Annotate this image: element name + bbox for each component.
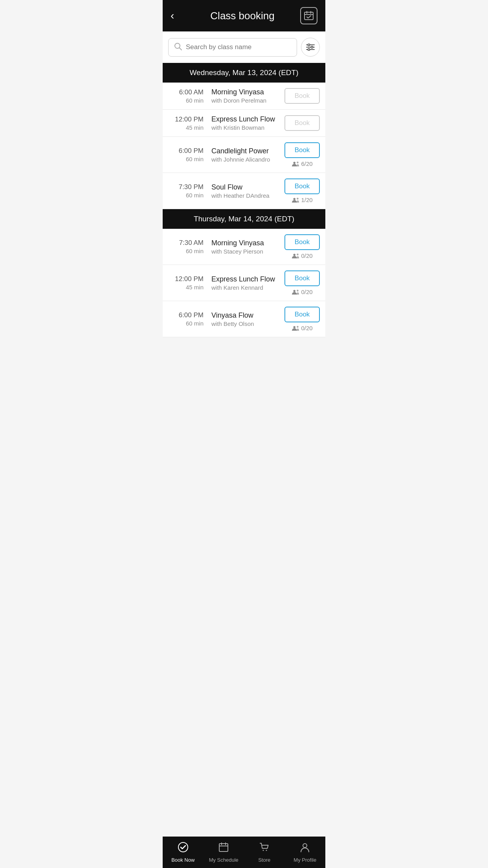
book-button[interactable]: Book: [284, 142, 320, 158]
book-button[interactable]: Book: [284, 88, 320, 104]
date-header-thu: Thursday, Mar 14, 2024 (EDT): [163, 209, 325, 229]
filter-button[interactable]: [301, 38, 320, 57]
class-time: 7:30 PM 60 min: [168, 183, 204, 199]
back-button[interactable]: ‹: [171, 9, 185, 22]
svg-point-21: [297, 326, 299, 328]
people-icon: [292, 325, 299, 331]
svg-point-10: [311, 46, 313, 48]
book-area: Book 0/20: [284, 307, 320, 331]
class-info: Vinyasa Flow with Betty Olson: [207, 311, 281, 327]
class-time: 6:00 PM 60 min: [168, 147, 204, 162]
class-item: 7:30 PM 60 min Soul Flow with Heather DA…: [163, 173, 325, 209]
book-button[interactable]: Book: [284, 270, 320, 286]
book-area: Book 1/20: [284, 178, 320, 203]
header: ‹ Class booking: [163, 0, 325, 31]
class-item: 6:00 AM 60 min Morning Vinyasa with Doro…: [163, 83, 325, 110]
class-list-thu: 7:30 AM 60 min Morning Vinyasa with Stac…: [163, 229, 325, 337]
svg-point-11: [308, 49, 310, 51]
class-list-wed: 6:00 AM 60 min Morning Vinyasa with Doro…: [163, 83, 325, 209]
people-icon: [292, 289, 299, 295]
people-icon: [292, 253, 299, 259]
class-time: 12:00 PM 45 min: [168, 275, 204, 291]
search-box: [168, 38, 297, 57]
date-header-wed: Wednesday, Mar 13, 2024 (EDT): [163, 63, 325, 83]
calendar-check-icon[interactable]: [300, 7, 317, 24]
book-area: Book 6/20: [284, 142, 320, 167]
svg-point-14: [294, 198, 295, 200]
svg-point-19: [297, 290, 299, 292]
svg-point-13: [297, 162, 299, 164]
search-area: [163, 31, 325, 63]
people-icon: [292, 161, 299, 167]
svg-point-15: [297, 198, 299, 200]
capacity-indicator: 1/20: [292, 197, 312, 203]
class-item: 12:00 PM 45 min Express Lunch Flow with …: [163, 110, 325, 137]
svg-rect-0: [305, 12, 313, 20]
book-area: Book 0/20: [284, 270, 320, 295]
class-item: 12:00 PM 45 min Express Lunch Flow with …: [163, 265, 325, 301]
class-item: 7:30 AM 60 min Morning Vinyasa with Stac…: [163, 229, 325, 265]
search-icon: [174, 42, 182, 52]
class-time: 12:00 PM 45 min: [168, 116, 204, 131]
search-input[interactable]: [186, 43, 291, 51]
svg-line-5: [180, 48, 182, 50]
capacity-indicator: 6/20: [292, 160, 312, 167]
svg-point-18: [294, 290, 295, 292]
class-item: 6:00 PM 60 min Vinyasa Flow with Betty O…: [163, 301, 325, 337]
book-button[interactable]: Book: [284, 178, 320, 194]
book-button[interactable]: Book: [284, 307, 320, 322]
content-scroll: Wednesday, Mar 13, 2024 (EDT) 6:00 AM 60…: [163, 63, 325, 369]
svg-point-9: [308, 44, 310, 46]
book-button[interactable]: Book: [284, 115, 320, 131]
class-info: Candlelight Power with Johnnie Alicandro: [207, 147, 281, 163]
class-info: Morning Vinyasa with Stacey Pierson: [207, 239, 281, 255]
capacity-indicator: 0/20: [292, 325, 312, 331]
svg-point-16: [294, 254, 295, 256]
class-info: Morning Vinyasa with Doron Perelman: [207, 88, 281, 104]
svg-point-17: [297, 254, 299, 256]
svg-point-12: [294, 162, 295, 164]
book-button[interactable]: Book: [284, 234, 320, 250]
class-time: 7:30 AM 60 min: [168, 239, 204, 254]
svg-point-20: [294, 326, 295, 328]
class-info: Soul Flow with Heather DAndrea: [207, 183, 281, 199]
class-info: Express Lunch Flow with Karen Kennard: [207, 275, 281, 291]
class-info: Express Lunch Flow with Kristin Bowman: [207, 115, 281, 131]
class-time: 6:00 AM 60 min: [168, 88, 204, 104]
page-title: Class booking: [210, 10, 274, 22]
capacity-indicator: 0/20: [292, 252, 312, 259]
people-icon: [292, 197, 299, 203]
book-area: Book: [284, 88, 320, 104]
book-area: Book 0/20: [284, 234, 320, 259]
book-area: Book: [284, 115, 320, 131]
class-item: 6:00 PM 60 min Candlelight Power with Jo…: [163, 137, 325, 173]
capacity-indicator: 0/20: [292, 289, 312, 295]
class-time: 6:00 PM 60 min: [168, 311, 204, 327]
